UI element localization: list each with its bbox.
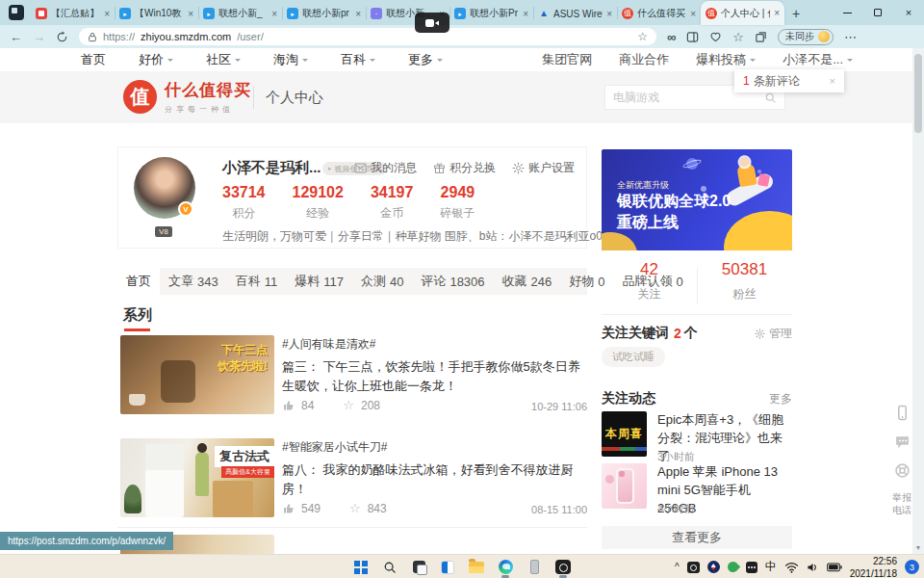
nav-community[interactable]: 社区: [206, 51, 241, 68]
promo-banner[interactable]: 全新优惠升级 银联优购全球2.0 重磅上线: [602, 149, 792, 250]
view-more-button[interactable]: 查看更多: [602, 526, 792, 549]
article-topic-tag[interactable]: #智能家居小试牛刀#: [282, 439, 587, 456]
browser-tab-active[interactable]: 值 个人中心 | 什 ×: [701, 1, 784, 25]
feed-more-link[interactable]: 更多: [769, 391, 792, 407]
sync-status-button[interactable]: 未同步: [778, 29, 834, 45]
browser-tab-7[interactable]: ▲ ASUS Wirel ×: [533, 2, 617, 25]
browser-tab-1[interactable]: 【汇总贴】 ×: [31, 2, 115, 25]
notification-popup[interactable]: 1 条新评论 ×: [734, 69, 844, 92]
start-button[interactable]: [352, 556, 370, 578]
nav-home[interactable]: 首页: [81, 51, 106, 68]
tab-reviews[interactable]: 众测40: [352, 268, 412, 295]
help-lifebuoy-icon[interactable]: [894, 462, 911, 479]
nav-deals[interactable]: 好价: [139, 51, 173, 68]
tab-comments[interactable]: 评论18306: [412, 268, 493, 295]
close-window-button[interactable]: ×: [893, 0, 924, 25]
close-icon[interactable]: ×: [271, 9, 277, 19]
nav-submit[interactable]: 爆料投稿: [696, 51, 756, 68]
forward-icon[interactable]: →: [33, 31, 45, 43]
browser-tab-3[interactable]: ▸ 联想小新_ ×: [198, 2, 282, 25]
back-icon[interactable]: ←: [10, 31, 22, 43]
browser-tab-8[interactable]: 值 什么值得买 ×: [617, 2, 701, 25]
minimize-button[interactable]: [832, 0, 862, 25]
close-icon[interactable]: ×: [830, 75, 835, 87]
article-topic-tag[interactable]: #人间有味是清欢#: [282, 336, 587, 353]
close-icon[interactable]: ×: [355, 9, 361, 19]
following-count[interactable]: 42 关注: [602, 260, 697, 312]
smzdm-logo-icon[interactable]: 值: [123, 80, 157, 114]
scrollbar[interactable]: ▼: [912, 48, 924, 554]
article-title[interactable]: 篇三： 下午三点，饮茶先啦！手把手教你做5款冬日养生暖饮，让你上班也能一条龙！: [282, 357, 587, 396]
close-icon[interactable]: ×: [774, 8, 780, 18]
close-icon[interactable]: ×: [606, 9, 612, 19]
article-title[interactable]: 篇八： 我家的奶酪味法式冰箱，好看到舍不得放进厨房！: [282, 460, 587, 499]
tray-expand-icon[interactable]: ^: [675, 562, 680, 572]
manage-keywords-button[interactable]: 管理: [755, 326, 792, 342]
article-thumbnail[interactable]: 下午三点 饮茶先啦!: [120, 335, 274, 414]
battery-icon[interactable]: [827, 563, 842, 572]
close-icon[interactable]: ×: [690, 9, 696, 19]
report-phone-label[interactable]: 举报 电话: [889, 491, 914, 516]
file-explorer-button[interactable]: [468, 556, 485, 578]
feedback-chat-icon[interactable]: [894, 434, 911, 450]
tab-articles[interactable]: 文章343: [160, 268, 227, 295]
address-bar[interactable]: https://zhiyou.smzdm.com/user/ ☆: [79, 28, 656, 45]
notification-center-badge[interactable]: 3: [905, 560, 919, 574]
followers-count[interactable]: 50381 粉丝: [697, 260, 792, 312]
nav-business[interactable]: 商业合作: [619, 51, 669, 68]
close-icon[interactable]: ×: [104, 9, 110, 19]
smzdm-logo[interactable]: 什么值得买 分享每一种值: [165, 79, 251, 115]
nav-user-menu[interactable]: 小泽不是...: [783, 51, 853, 68]
speaker-icon[interactable]: [807, 562, 819, 573]
mobile-app-icon[interactable]: [894, 405, 911, 421]
stat-experience[interactable]: 129102 经验: [293, 184, 344, 222]
close-icon[interactable]: ×: [188, 9, 193, 19]
stat-silver[interactable]: 2949 碎银子: [440, 184, 475, 222]
messages-link[interactable]: 我的消息: [354, 160, 417, 176]
nav-wiki[interactable]: 百科: [341, 51, 375, 68]
taskbar-search-button[interactable]: [381, 556, 398, 578]
tray-compass-icon[interactable]: [707, 561, 720, 573]
tab-home[interactable]: 首页: [117, 268, 160, 295]
search-input[interactable]: [613, 91, 758, 104]
new-tab-button[interactable]: +: [784, 2, 808, 25]
article-thumbnail[interactable]: 复古法式 高颜值&大容量: [120, 438, 274, 517]
search-icon[interactable]: [764, 92, 777, 104]
edge-browser-button[interactable]: [497, 556, 514, 578]
screen-recorder-button[interactable]: [554, 556, 572, 578]
more-menu-icon[interactable]: ⋯: [844, 31, 857, 43]
thumb-up-icon[interactable]: [282, 502, 295, 514]
stat-gold[interactable]: 34197 金币: [371, 184, 414, 222]
thumb-up-icon[interactable]: [282, 399, 295, 411]
tray-app-icon[interactable]: [746, 562, 757, 573]
star-icon[interactable]: ☆: [349, 501, 361, 515]
star-icon[interactable]: ☆: [343, 398, 354, 412]
scroll-down-icon[interactable]: ▼: [912, 544, 924, 551]
tray-green-icon[interactable]: [725, 560, 740, 575]
your-phone-button[interactable]: [526, 556, 543, 578]
taskbar-clock[interactable]: 22:56 2021/11/18: [850, 555, 897, 578]
task-view-button[interactable]: [410, 556, 427, 578]
screen-recorder-overlay[interactable]: [415, 13, 449, 33]
nav-haitao[interactable]: 海淘: [273, 51, 308, 68]
tab-deals[interactable]: 爆料117: [286, 268, 352, 295]
vertical-tabs-icon[interactable]: ∞: [667, 31, 676, 43]
nav-group-site[interactable]: 集团官网: [542, 51, 592, 68]
tab-wiki[interactable]: 百科11: [227, 268, 287, 295]
sidebar-icon[interactable]: [686, 31, 699, 43]
browser-tab-2[interactable]: ▸ 【Win10教 ×: [115, 2, 198, 25]
nav-more[interactable]: 更多: [408, 51, 443, 68]
username[interactable]: 小泽不是玛利...: [222, 159, 321, 177]
close-icon[interactable]: ×: [523, 9, 528, 19]
favorite-star-icon[interactable]: ☆: [637, 30, 648, 43]
tray-camera-icon[interactable]: [687, 562, 700, 573]
scrollbar-thumb[interactable]: [914, 54, 922, 133]
feed-item[interactable]: 本周喜 Epic本周喜+3，《细胞分裂：混沌理论》也来了 3小时前: [602, 411, 792, 460]
feed-item[interactable]: Apple 苹果 iPhone 13 mini 5G智能手机 256GB 4小时…: [602, 463, 792, 512]
maximize-button[interactable]: [862, 0, 893, 25]
points-exchange-link[interactable]: 积分兑换: [433, 160, 496, 176]
browser-tab-4[interactable]: ▸ 联想小新pr ×: [282, 2, 366, 25]
widgets-button[interactable]: [439, 556, 456, 578]
keyword-tag[interactable]: 试吃试睡: [602, 347, 665, 367]
browser-tab-6[interactable]: ▸ 联想小新Pr ×: [449, 2, 533, 25]
